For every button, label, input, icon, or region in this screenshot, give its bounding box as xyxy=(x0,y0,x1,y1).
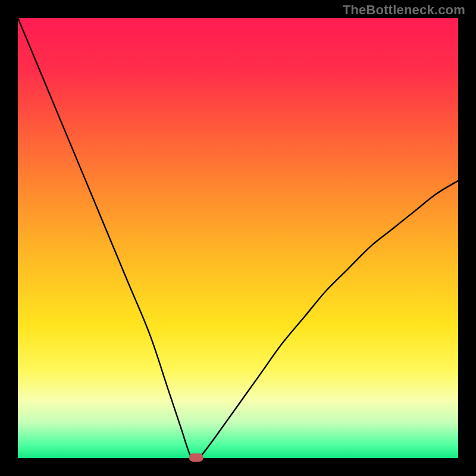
plot-background xyxy=(18,18,458,458)
chart-frame: TheBottleneck.com xyxy=(0,0,476,476)
bottleneck-chart xyxy=(0,0,476,476)
minimum-marker xyxy=(189,453,203,462)
watermark-text: TheBottleneck.com xyxy=(343,2,465,18)
